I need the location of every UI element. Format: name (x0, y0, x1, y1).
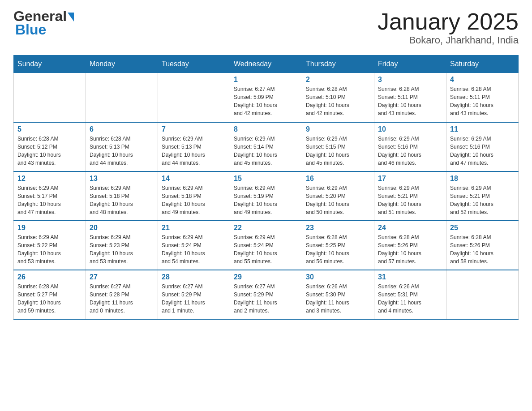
day-number: 22 (234, 224, 298, 232)
day-info: Sunrise: 6:29 AM Sunset: 5:18 PM Dayligh… (162, 185, 205, 215)
day-number: 25 (450, 224, 515, 232)
day-info: Sunrise: 6:29 AM Sunset: 5:13 PM Dayligh… (162, 136, 205, 166)
page-header: General Blue January 2025 Bokaro, Jharkh… (13, 9, 519, 46)
day-info: Sunrise: 6:29 AM Sunset: 5:21 PM Dayligh… (378, 185, 421, 215)
calendar-cell: 18Sunrise: 6:29 AM Sunset: 5:21 PM Dayli… (446, 171, 519, 221)
calendar-cell: 7Sunrise: 6:29 AM Sunset: 5:13 PM Daylig… (158, 122, 230, 171)
calendar-cell: 25Sunrise: 6:28 AM Sunset: 5:26 PM Dayli… (446, 221, 519, 270)
day-info: Sunrise: 6:26 AM Sunset: 5:30 PM Dayligh… (306, 283, 349, 314)
day-number: 3 (378, 76, 442, 84)
day-number: 5 (17, 125, 82, 133)
day-number: 18 (450, 175, 515, 183)
calendar-cell: 23Sunrise: 6:28 AM Sunset: 5:25 PM Dayli… (302, 221, 374, 270)
calendar-cell: 4Sunrise: 6:28 AM Sunset: 5:11 PM Daylig… (446, 73, 519, 122)
day-number: 9 (306, 125, 370, 133)
day-info: Sunrise: 6:28 AM Sunset: 5:12 PM Dayligh… (17, 136, 61, 166)
calendar-cell: 3Sunrise: 6:28 AM Sunset: 5:11 PM Daylig… (374, 73, 446, 122)
logo-triangle-icon (68, 13, 74, 21)
day-info: Sunrise: 6:28 AM Sunset: 5:26 PM Dayligh… (450, 234, 493, 265)
calendar-cell: 31Sunrise: 6:26 AM Sunset: 5:31 PM Dayli… (374, 270, 446, 319)
day-info: Sunrise: 6:29 AM Sunset: 5:24 PM Dayligh… (162, 234, 205, 265)
day-info: Sunrise: 6:27 AM Sunset: 5:28 PM Dayligh… (90, 283, 133, 314)
day-info: Sunrise: 6:29 AM Sunset: 5:16 PM Dayligh… (450, 136, 493, 166)
day-number: 30 (306, 273, 370, 281)
calendar-cell: 9Sunrise: 6:29 AM Sunset: 5:15 PM Daylig… (302, 122, 374, 171)
day-number: 10 (378, 125, 442, 133)
calendar-table: SundayMondayTuesdayWednesdayThursdayFrid… (13, 55, 519, 320)
logo: General Blue (13, 9, 74, 38)
day-info: Sunrise: 6:28 AM Sunset: 5:26 PM Dayligh… (378, 234, 421, 265)
calendar-week-3: 12Sunrise: 6:29 AM Sunset: 5:17 PM Dayli… (14, 171, 519, 221)
day-number: 14 (162, 175, 226, 183)
day-info: Sunrise: 6:29 AM Sunset: 5:22 PM Dayligh… (17, 234, 61, 265)
day-header-friday: Friday (374, 56, 446, 73)
calendar-cell: 11Sunrise: 6:29 AM Sunset: 5:16 PM Dayli… (446, 122, 519, 171)
calendar-week-5: 26Sunrise: 6:28 AM Sunset: 5:27 PM Dayli… (14, 270, 519, 319)
day-number: 16 (306, 175, 370, 183)
calendar-cell (14, 73, 86, 122)
calendar-cell: 14Sunrise: 6:29 AM Sunset: 5:18 PM Dayli… (158, 171, 230, 221)
day-header-saturday: Saturday (446, 56, 519, 73)
calendar-cell: 1Sunrise: 6:27 AM Sunset: 5:09 PM Daylig… (230, 73, 302, 122)
calendar-cell: 22Sunrise: 6:29 AM Sunset: 5:24 PM Dayli… (230, 221, 302, 270)
day-info: Sunrise: 6:29 AM Sunset: 5:15 PM Dayligh… (306, 136, 349, 166)
calendar-cell: 12Sunrise: 6:29 AM Sunset: 5:17 PM Dayli… (14, 171, 86, 221)
calendar-cell: 6Sunrise: 6:28 AM Sunset: 5:13 PM Daylig… (86, 122, 158, 171)
day-info: Sunrise: 6:27 AM Sunset: 5:09 PM Dayligh… (234, 86, 277, 116)
calendar-header-row: SundayMondayTuesdayWednesdayThursdayFrid… (14, 56, 519, 73)
calendar-subtitle: Bokaro, Jharkhand, India (378, 34, 519, 46)
day-info: Sunrise: 6:27 AM Sunset: 5:29 PM Dayligh… (162, 283, 205, 314)
day-info: Sunrise: 6:29 AM Sunset: 5:17 PM Dayligh… (17, 185, 61, 215)
day-info: Sunrise: 6:28 AM Sunset: 5:11 PM Dayligh… (378, 86, 421, 116)
day-info: Sunrise: 6:29 AM Sunset: 5:23 PM Dayligh… (90, 234, 133, 265)
day-info: Sunrise: 6:28 AM Sunset: 5:13 PM Dayligh… (90, 136, 133, 166)
day-number: 13 (90, 175, 154, 183)
calendar-cell: 20Sunrise: 6:29 AM Sunset: 5:23 PM Dayli… (86, 221, 158, 270)
day-info: Sunrise: 6:29 AM Sunset: 5:21 PM Dayligh… (450, 185, 493, 215)
calendar-cell: 17Sunrise: 6:29 AM Sunset: 5:21 PM Dayli… (374, 171, 446, 221)
calendar-cell: 30Sunrise: 6:26 AM Sunset: 5:30 PM Dayli… (302, 270, 374, 319)
day-info: Sunrise: 6:28 AM Sunset: 5:25 PM Dayligh… (306, 234, 349, 265)
calendar-cell: 26Sunrise: 6:28 AM Sunset: 5:27 PM Dayli… (14, 270, 86, 319)
day-info: Sunrise: 6:29 AM Sunset: 5:18 PM Dayligh… (90, 185, 133, 215)
day-number: 23 (306, 224, 370, 232)
day-number: 29 (234, 273, 298, 281)
calendar-cell: 2Sunrise: 6:28 AM Sunset: 5:10 PM Daylig… (302, 73, 374, 122)
day-number: 31 (378, 273, 442, 281)
day-number: 12 (17, 175, 82, 183)
day-number: 6 (90, 125, 154, 133)
calendar-week-2: 5Sunrise: 6:28 AM Sunset: 5:12 PM Daylig… (14, 122, 519, 171)
calendar-cell: 13Sunrise: 6:29 AM Sunset: 5:18 PM Dayli… (86, 171, 158, 221)
calendar-cell: 29Sunrise: 6:27 AM Sunset: 5:29 PM Dayli… (230, 270, 302, 319)
day-header-wednesday: Wednesday (230, 56, 302, 73)
day-number: 24 (378, 224, 442, 232)
day-number: 26 (17, 273, 82, 281)
calendar-cell (446, 270, 519, 319)
calendar-cell: 15Sunrise: 6:29 AM Sunset: 5:19 PM Dayli… (230, 171, 302, 221)
day-number: 19 (17, 224, 82, 232)
title-section: January 2025 Bokaro, Jharkhand, India (378, 9, 519, 46)
calendar-cell: 28Sunrise: 6:27 AM Sunset: 5:29 PM Dayli… (158, 270, 230, 319)
day-header-tuesday: Tuesday (158, 56, 230, 73)
day-number: 11 (450, 125, 515, 133)
calendar-cell: 27Sunrise: 6:27 AM Sunset: 5:28 PM Dayli… (86, 270, 158, 319)
day-header-sunday: Sunday (14, 56, 86, 73)
day-number: 20 (90, 224, 154, 232)
day-info: Sunrise: 6:27 AM Sunset: 5:29 PM Dayligh… (234, 283, 277, 314)
calendar-cell: 10Sunrise: 6:29 AM Sunset: 5:16 PM Dayli… (374, 122, 446, 171)
day-header-monday: Monday (86, 56, 158, 73)
calendar-week-1: 1Sunrise: 6:27 AM Sunset: 5:09 PM Daylig… (14, 73, 519, 122)
day-info: Sunrise: 6:28 AM Sunset: 5:10 PM Dayligh… (306, 86, 349, 116)
calendar-cell: 16Sunrise: 6:29 AM Sunset: 5:20 PM Dayli… (302, 171, 374, 221)
calendar-cell: 24Sunrise: 6:28 AM Sunset: 5:26 PM Dayli… (374, 221, 446, 270)
calendar-cell: 5Sunrise: 6:28 AM Sunset: 5:12 PM Daylig… (14, 122, 86, 171)
calendar-cell (158, 73, 230, 122)
calendar-cell: 8Sunrise: 6:29 AM Sunset: 5:14 PM Daylig… (230, 122, 302, 171)
day-info: Sunrise: 6:26 AM Sunset: 5:31 PM Dayligh… (378, 283, 421, 314)
calendar-cell (86, 73, 158, 122)
day-info: Sunrise: 6:29 AM Sunset: 5:14 PM Dayligh… (234, 136, 277, 166)
calendar-title: January 2025 (378, 9, 519, 34)
day-number: 7 (162, 125, 226, 133)
day-info: Sunrise: 6:28 AM Sunset: 5:11 PM Dayligh… (450, 86, 493, 116)
day-info: Sunrise: 6:29 AM Sunset: 5:20 PM Dayligh… (306, 185, 349, 215)
